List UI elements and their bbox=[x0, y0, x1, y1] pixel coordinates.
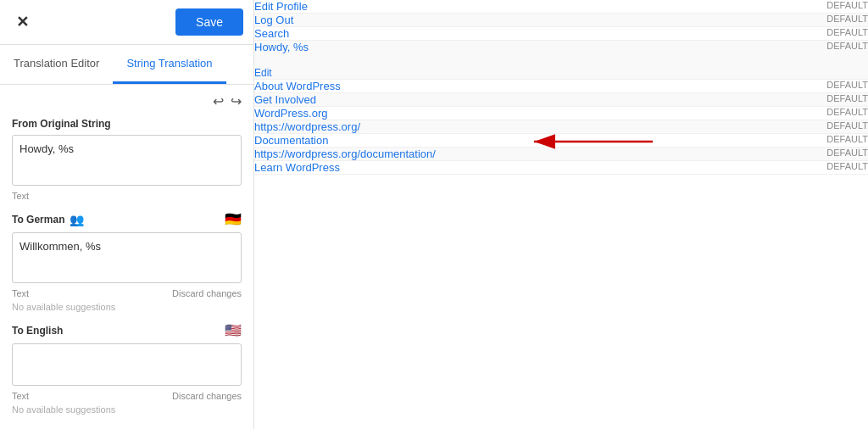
default-badge: DEFAULT bbox=[701, 0, 868, 14]
string-cell: Log Out bbox=[254, 14, 701, 27]
string-cell: Learn WordPress bbox=[254, 161, 701, 175]
default-badge: DEFAULT bbox=[701, 107, 868, 120]
string-name-link[interactable]: About WordPress bbox=[254, 80, 701, 92]
string-cell: Howdy, %sEdit bbox=[254, 41, 701, 80]
to-english-meta: Text Discard changes bbox=[12, 391, 242, 401]
to-german-label: To German 👥 🇩🇪 bbox=[12, 211, 242, 227]
string-cell: Get Involved bbox=[254, 93, 701, 107]
table-row: Howdy, %sEditDEFAULT bbox=[254, 41, 868, 80]
string-cell: Edit Profile bbox=[254, 0, 701, 14]
default-badge: DEFAULT bbox=[701, 27, 868, 41]
from-original-label: From Original String bbox=[12, 118, 242, 130]
default-badge: DEFAULT bbox=[701, 41, 868, 80]
table-row: Get InvolvedDEFAULT bbox=[254, 93, 868, 107]
string-cell: https://wordpress.org/ bbox=[254, 120, 701, 134]
english-flag: 🇺🇸 bbox=[225, 322, 242, 338]
string-cell: Documentation bbox=[254, 134, 701, 148]
string-name-link[interactable]: Howdy, %s bbox=[254, 41, 701, 53]
string-cell: WordPress.org bbox=[254, 107, 701, 120]
top-bar: ✕ Save bbox=[0, 0, 253, 45]
default-badge: DEFAULT bbox=[701, 80, 868, 93]
default-badge: DEFAULT bbox=[701, 120, 868, 134]
default-badge: DEFAULT bbox=[701, 93, 868, 107]
table-row: WordPress.orgDEFAULT bbox=[254, 107, 868, 120]
tab-string-translation[interactable]: String Translation bbox=[113, 45, 225, 84]
from-original-meta: Text bbox=[12, 191, 242, 201]
to-german-meta: Text Discard changes bbox=[12, 288, 242, 298]
table-row: About WordPressDEFAULT bbox=[254, 80, 868, 93]
save-button[interactable]: Save bbox=[175, 8, 243, 36]
table-row: https://wordpress.org/DEFAULT bbox=[254, 120, 868, 134]
string-name-link[interactable]: Search bbox=[254, 27, 701, 40]
people-icon: 👥 bbox=[70, 213, 84, 226]
string-name-link[interactable]: Learn WordPress bbox=[254, 161, 701, 174]
string-cell: About WordPress bbox=[254, 80, 701, 93]
string-name-link[interactable]: Get Involved bbox=[254, 93, 701, 106]
string-cell: https://wordpress.org/documentation/ bbox=[254, 148, 701, 161]
to-german-type: Text bbox=[12, 288, 29, 298]
to-german-discard[interactable]: Discard changes bbox=[172, 288, 242, 298]
to-english-type: Text bbox=[12, 391, 29, 401]
forward-arrow-button[interactable]: ↪ bbox=[231, 93, 242, 109]
back-arrow-button[interactable]: ↩ bbox=[213, 93, 224, 109]
string-table: Edit ProfileDEFAULTLog OutDEFAULTSearchD… bbox=[254, 0, 868, 175]
table-row: Log OutDEFAULT bbox=[254, 14, 868, 27]
table-row: Edit ProfileDEFAULT bbox=[254, 0, 868, 14]
from-original-input[interactable] bbox=[12, 135, 242, 186]
table-row: Learn WordPressDEFAULT bbox=[254, 161, 868, 175]
editor-content: From Original String Text To German 👥 🇩🇪… bbox=[0, 118, 253, 429]
default-badge: DEFAULT bbox=[701, 161, 868, 175]
string-name-link[interactable]: https://wordpress.org/ bbox=[254, 120, 701, 133]
to-english-label: To English 🇺🇸 bbox=[12, 322, 242, 338]
table-row: https://wordpress.org/documentation/DEFA… bbox=[254, 148, 868, 161]
to-english-group: To English 🇺🇸 Text Discard changes No av… bbox=[12, 322, 242, 415]
table-row: SearchDEFAULT bbox=[254, 27, 868, 41]
default-badge: DEFAULT bbox=[701, 14, 868, 27]
right-panel: Edit ProfileDEFAULTLog OutDEFAULTSearchD… bbox=[254, 0, 868, 429]
to-german-no-suggestions: No available suggestions bbox=[12, 302, 242, 312]
tab-translation-editor[interactable]: Translation Editor bbox=[0, 45, 113, 84]
german-flag: 🇩🇪 bbox=[225, 211, 242, 227]
table-row: DocumentationDEFAULT bbox=[254, 134, 868, 148]
left-panel: ✕ Save Translation Editor String Transla… bbox=[0, 0, 254, 429]
from-original-type: Text bbox=[12, 191, 29, 201]
close-button[interactable]: ✕ bbox=[10, 10, 34, 34]
string-name-link[interactable]: https://wordpress.org/documentation/ bbox=[254, 148, 701, 160]
to-english-discard[interactable]: Discard changes bbox=[172, 391, 242, 401]
string-name-link[interactable]: Documentation bbox=[254, 134, 701, 147]
string-name-link[interactable]: WordPress.org bbox=[254, 107, 701, 120]
to-german-input[interactable] bbox=[12, 232, 242, 283]
from-original-group: From Original String Text bbox=[12, 118, 242, 201]
default-badge: DEFAULT bbox=[701, 148, 868, 161]
nav-arrows: ↩ ↪ bbox=[0, 85, 253, 118]
to-german-group: To German 👥 🇩🇪 Text Discard changes No a… bbox=[12, 211, 242, 312]
to-english-input[interactable] bbox=[12, 343, 242, 386]
string-name-link[interactable]: Log Out bbox=[254, 14, 701, 26]
string-edit-link[interactable]: Edit bbox=[254, 67, 272, 79]
tab-bar: Translation Editor String Translation bbox=[0, 45, 253, 85]
string-name-link[interactable]: Edit Profile bbox=[254, 0, 701, 13]
to-english-no-suggestions: No available suggestions bbox=[12, 404, 242, 415]
string-cell: Search bbox=[254, 27, 701, 41]
default-badge: DEFAULT bbox=[701, 134, 868, 148]
